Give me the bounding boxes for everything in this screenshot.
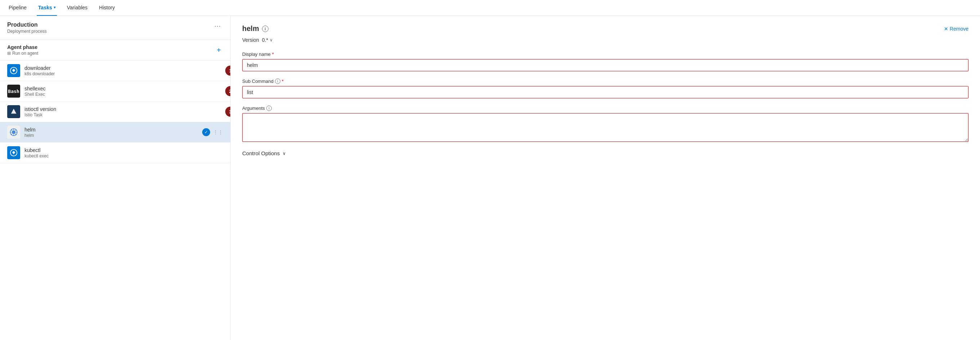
display-name-required: * [272, 51, 274, 57]
istioctl-sub: Istio Task [24, 112, 223, 118]
nav-tasks[interactable]: Tasks ▾ [37, 0, 57, 16]
helm-title-text: helm [242, 24, 259, 33]
version-chevron-icon: ∨ [270, 37, 273, 43]
sub-command-required: * [282, 78, 284, 84]
sub-command-info-icon[interactable]: i [275, 78, 280, 84]
svg-line-10 [16, 130, 16, 130]
sub-command-label: Sub Command i * [242, 78, 969, 84]
control-options-section[interactable]: Control Options ∨ [242, 150, 969, 156]
version-select[interactable]: 0.* ∨ [262, 37, 273, 43]
istioctl-info: istioctl version Istio Task [24, 106, 223, 118]
production-info: Production Deployment process [7, 22, 46, 34]
close-icon: ✕ [944, 26, 948, 32]
production-subtitle: Deployment process [7, 29, 46, 34]
svg-line-9 [16, 134, 16, 135]
helm-title-row: helm i [242, 24, 269, 33]
display-name-input[interactable] [242, 59, 969, 71]
helm-name: helm [24, 127, 198, 133]
control-options-chevron-icon: ∨ [283, 151, 286, 156]
helm-info: helm helm [24, 127, 198, 138]
sub-command-field-group: Sub Command i * [242, 78, 969, 99]
task-item-downloader[interactable]: downloader k8s downloader 1 [0, 60, 230, 81]
istioctl-icon [7, 105, 20, 118]
nav-history[interactable]: History [98, 0, 116, 16]
kubectl-sub: kubectl exec [24, 153, 223, 159]
version-row: Version 0.* ∨ [242, 37, 969, 43]
production-title: Production [7, 22, 46, 28]
istioctl-name: istioctl version [24, 106, 223, 112]
svg-point-2 [12, 131, 16, 134]
shellexec-sub: Shell Exec [24, 92, 223, 97]
kubectl-info: kubectl kubectl exec [24, 147, 223, 159]
sub-command-input[interactable] [242, 86, 969, 99]
kubectl-icon [7, 146, 20, 159]
shellexec-name: shellexec [24, 86, 223, 92]
helm-info-icon[interactable]: i [262, 25, 269, 32]
task-item-kubectl[interactable]: kubectl kubectl exec [0, 143, 230, 163]
step-badge-2: 2 [225, 86, 231, 96]
downloader-name: downloader [24, 65, 223, 71]
kubectl-name: kubectl [24, 147, 223, 153]
step-badge-3: 3 [225, 106, 231, 117]
add-task-button[interactable]: + [215, 45, 223, 55]
helm-header: helm i ✕ Remove [242, 24, 969, 33]
control-options-label: Control Options [242, 150, 280, 156]
task-item-shellexec[interactable]: Bash shellexec Shell Exec 2 [0, 81, 230, 102]
arguments-input[interactable] [242, 113, 969, 142]
task-item-istioctl[interactable]: istioctl version Istio Task 3 [0, 102, 230, 122]
helm-drag-handle[interactable]: ⋮⋮ [213, 129, 223, 135]
display-name-field-group: Display name * [242, 51, 969, 71]
version-value: 0.* [262, 37, 268, 43]
top-navigation: Pipeline Tasks ▾ Variables History [0, 0, 980, 16]
helm-icon [7, 126, 20, 139]
shellexec-icon: Bash [7, 85, 20, 98]
svg-point-1 [13, 70, 15, 71]
right-panel: helm i ✕ Remove Version 0.* ∨ Display na… [231, 16, 980, 340]
tasks-chevron-icon: ▾ [54, 5, 56, 10]
agent-phase-info: Agent phase ⊞ Run on agent [7, 44, 38, 56]
arguments-field-group: Arguments i [242, 105, 969, 143]
nav-variables[interactable]: Variables [65, 0, 89, 16]
agent-phase-title: Agent phase [7, 44, 38, 50]
step-badge-1: 1 [225, 65, 231, 76]
arguments-label: Arguments i [242, 105, 969, 111]
task-list: downloader k8s downloader 1 Bash shellex… [0, 60, 230, 340]
production-menu-button[interactable]: ··· [212, 22, 223, 30]
task-item-helm[interactable]: helm helm ✓ ⋮⋮ [0, 122, 230, 143]
agent-phase-row: Agent phase ⊞ Run on agent + [0, 40, 230, 60]
production-header: Production Deployment process ··· [0, 16, 230, 40]
shellexec-info: shellexec Shell Exec [24, 86, 223, 97]
main-layout: Production Deployment process ··· Agent … [0, 16, 980, 340]
left-panel: Production Deployment process ··· Agent … [0, 16, 231, 340]
agent-phase-subtitle: ⊞ Run on agent [7, 51, 38, 56]
downloader-info: downloader k8s downloader [24, 65, 223, 76]
helm-task-actions: ✓ ⋮⋮ [202, 128, 223, 136]
helm-check-icon[interactable]: ✓ [202, 128, 210, 136]
helm-sub: helm [24, 133, 198, 138]
downloader-sub: k8s downloader [24, 71, 223, 76]
remove-button[interactable]: ✕ Remove [944, 26, 969, 32]
svg-line-11 [11, 134, 12, 135]
display-name-label: Display name * [242, 51, 969, 57]
downloader-icon [7, 64, 20, 77]
grid-icon: ⊞ [7, 51, 11, 56]
version-label: Version [242, 37, 259, 43]
arguments-info-icon[interactable]: i [266, 105, 272, 111]
svg-point-13 [13, 152, 15, 154]
nav-pipeline[interactable]: Pipeline [7, 0, 28, 16]
svg-line-8 [11, 130, 12, 130]
